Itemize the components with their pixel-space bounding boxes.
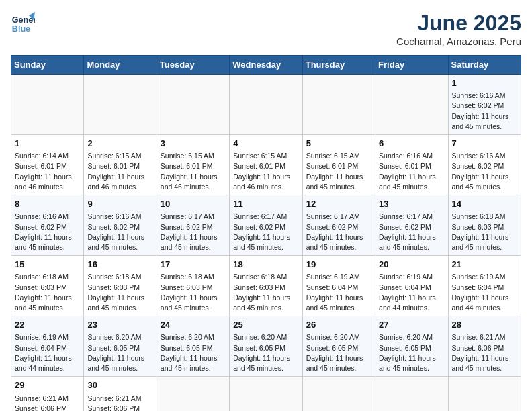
logo: General Blue [11,11,35,35]
day-number: 26 [306,319,371,331]
day-info: Sunrise: 6:15 AMSunset: 6:01 PMDaylight:… [87,151,152,192]
day-number: 5 [306,138,371,150]
day-number: 7 [452,138,517,150]
day-info: Sunrise: 6:15 AMSunset: 6:01 PMDaylight:… [306,151,371,192]
calendar-day-cell: 1Sunrise: 6:14 AMSunset: 6:01 PMDaylight… [11,135,84,195]
day-number: 28 [452,319,517,331]
calendar-day-cell [448,377,521,411]
calendar-header-cell: Friday [375,56,448,75]
calendar-header-cell: Sunday [11,56,84,75]
day-number: 15 [15,259,80,271]
calendar-day-cell: 17Sunrise: 6:18 AMSunset: 6:03 PMDayligh… [157,256,229,316]
day-info: Sunrise: 6:17 AMSunset: 6:02 PMDaylight:… [379,212,444,253]
main-title: June 2025 [396,11,521,36]
day-info: Sunrise: 6:16 AMSunset: 6:01 PMDaylight:… [379,151,444,192]
day-number: 12 [306,198,371,210]
day-info: Sunrise: 6:18 AMSunset: 6:03 PMDaylight:… [452,212,517,253]
day-info: Sunrise: 6:15 AMSunset: 6:01 PMDaylight:… [161,151,226,192]
day-info: Sunrise: 6:18 AMSunset: 6:03 PMDaylight:… [233,272,298,313]
calendar-day-cell [230,75,302,135]
day-number: 3 [161,138,226,150]
calendar-day-cell: 23Sunrise: 6:20 AMSunset: 6:05 PMDayligh… [84,316,157,377]
calendar-day-cell: 7Sunrise: 6:16 AMSunset: 6:02 PMDaylight… [448,135,521,195]
day-info: Sunrise: 6:21 AMSunset: 6:06 PMDaylight:… [452,332,517,373]
day-info: Sunrise: 6:17 AMSunset: 6:02 PMDaylight:… [306,212,371,253]
day-info: Sunrise: 6:19 AMSunset: 6:04 PMDaylight:… [306,272,371,313]
calendar-day-cell: 6Sunrise: 6:16 AMSunset: 6:01 PMDaylight… [375,135,448,195]
calendar-day-cell [375,75,448,135]
day-info: Sunrise: 6:18 AMSunset: 6:03 PMDaylight:… [161,272,226,313]
day-number: 22 [15,319,80,331]
day-info: Sunrise: 6:19 AMSunset: 6:04 PMDaylight:… [452,272,517,313]
day-info: Sunrise: 6:21 AMSunset: 6:06 PMDaylight:… [15,394,80,412]
day-number: 10 [161,198,226,210]
calendar-week-row: 8Sunrise: 6:16 AMSunset: 6:02 PMDaylight… [11,195,521,256]
day-number: 23 [87,319,152,331]
day-number: 30 [87,379,152,392]
day-number: 29 [15,379,80,392]
day-number: 24 [161,319,226,331]
calendar-day-cell [302,75,375,135]
calendar-header-cell: Wednesday [230,56,302,75]
calendar-header-cell: Saturday [448,56,521,75]
calendar-day-cell: 3Sunrise: 6:15 AMSunset: 6:01 PMDaylight… [157,135,229,195]
calendar-day-cell: 8Sunrise: 6:16 AMSunset: 6:02 PMDaylight… [11,195,84,256]
calendar-day-cell: 29Sunrise: 6:21 AMSunset: 6:06 PMDayligh… [11,377,84,411]
day-info: Sunrise: 6:16 AMSunset: 6:02 PMDaylight:… [15,212,80,253]
calendar-day-cell [375,377,448,411]
day-info: Sunrise: 6:14 AMSunset: 6:01 PMDaylight:… [15,151,80,192]
calendar-day-cell: 20Sunrise: 6:19 AMSunset: 6:04 PMDayligh… [375,256,448,316]
calendar-week-row: 29Sunrise: 6:21 AMSunset: 6:06 PMDayligh… [11,377,521,411]
calendar-day-cell: 11Sunrise: 6:17 AMSunset: 6:02 PMDayligh… [230,195,302,256]
day-number: 14 [452,198,517,210]
day-number: 4 [233,138,298,150]
day-number: 2 [87,138,152,150]
day-info: Sunrise: 6:16 AMSunset: 6:02 PMDaylight:… [87,212,152,253]
calendar-day-cell: 30Sunrise: 6:21 AMSunset: 6:06 PMDayligh… [84,377,157,411]
day-number: 21 [452,259,517,271]
calendar-header-cell: Thursday [302,56,375,75]
day-number: 1 [15,138,80,150]
day-number: 25 [233,319,298,331]
calendar-day-cell: 19Sunrise: 6:19 AMSunset: 6:04 PMDayligh… [302,256,375,316]
calendar-day-cell: 22Sunrise: 6:19 AMSunset: 6:04 PMDayligh… [11,316,84,377]
day-info: Sunrise: 6:20 AMSunset: 6:05 PMDaylight:… [233,332,298,373]
calendar-day-cell: 13Sunrise: 6:17 AMSunset: 6:02 PMDayligh… [375,195,448,256]
calendar-week-row: 1Sunrise: 6:14 AMSunset: 6:01 PMDaylight… [11,135,521,195]
calendar-day-cell [157,377,229,411]
calendar-day-cell: 28Sunrise: 6:21 AMSunset: 6:06 PMDayligh… [448,316,521,377]
day-number: 16 [87,259,152,271]
calendar-day-cell [302,377,375,411]
calendar-day-cell [84,75,157,135]
calendar-week-row: 1Sunrise: 6:16 AMSunset: 6:02 PMDaylight… [11,75,521,135]
logo-icon: General Blue [11,11,35,35]
calendar-header-row: SundayMondayTuesdayWednesdayThursdayFrid… [11,56,521,75]
day-info: Sunrise: 6:20 AMSunset: 6:05 PMDaylight:… [379,332,444,373]
day-info: Sunrise: 6:20 AMSunset: 6:05 PMDaylight:… [161,332,226,373]
calendar-day-cell: 14Sunrise: 6:18 AMSunset: 6:03 PMDayligh… [448,195,521,256]
day-info: Sunrise: 6:18 AMSunset: 6:03 PMDaylight:… [87,272,152,313]
day-number: 17 [161,259,226,271]
day-number: 19 [306,259,371,271]
calendar-day-cell: 10Sunrise: 6:17 AMSunset: 6:02 PMDayligh… [157,195,229,256]
day-info: Sunrise: 6:20 AMSunset: 6:05 PMDaylight:… [306,332,371,373]
day-number: 20 [379,259,444,271]
day-number: 8 [15,198,80,210]
calendar-day-cell: 9Sunrise: 6:16 AMSunset: 6:02 PMDaylight… [84,195,157,256]
page-header: General Blue June 2025 Cochamal, Amazona… [11,11,521,47]
subtitle: Cochamal, Amazonas, Peru [396,36,521,47]
day-info: Sunrise: 6:15 AMSunset: 6:01 PMDaylight:… [233,151,298,192]
day-info: Sunrise: 6:19 AMSunset: 6:04 PMDaylight:… [15,332,80,373]
day-info: Sunrise: 6:16 AMSunset: 6:02 PMDaylight:… [452,151,517,192]
title-area: June 2025 Cochamal, Amazonas, Peru [396,11,521,47]
day-number: 18 [233,259,298,271]
calendar-table: SundayMondayTuesdayWednesdayThursdayFrid… [11,55,521,411]
day-info: Sunrise: 6:20 AMSunset: 6:05 PMDaylight:… [87,332,152,373]
day-info: Sunrise: 6:17 AMSunset: 6:02 PMDaylight:… [233,212,298,253]
calendar-day-cell: 5Sunrise: 6:15 AMSunset: 6:01 PMDaylight… [302,135,375,195]
calendar-day-cell: 27Sunrise: 6:20 AMSunset: 6:05 PMDayligh… [375,316,448,377]
day-number: 1 [452,77,517,89]
calendar-day-cell [230,377,302,411]
day-number: 27 [379,319,444,331]
calendar-day-cell: 21Sunrise: 6:19 AMSunset: 6:04 PMDayligh… [448,256,521,316]
